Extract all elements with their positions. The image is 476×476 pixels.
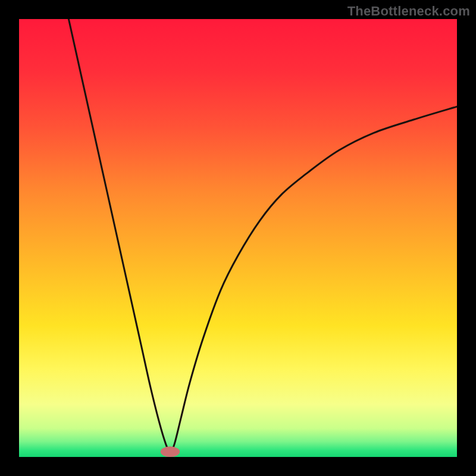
watermark-text: TheBottleneck.com	[347, 4, 470, 19]
chart-background	[19, 19, 457, 457]
bottleneck-chart	[19, 19, 457, 457]
optimal-point-marker	[161, 446, 180, 457]
chart-frame	[19, 19, 457, 457]
